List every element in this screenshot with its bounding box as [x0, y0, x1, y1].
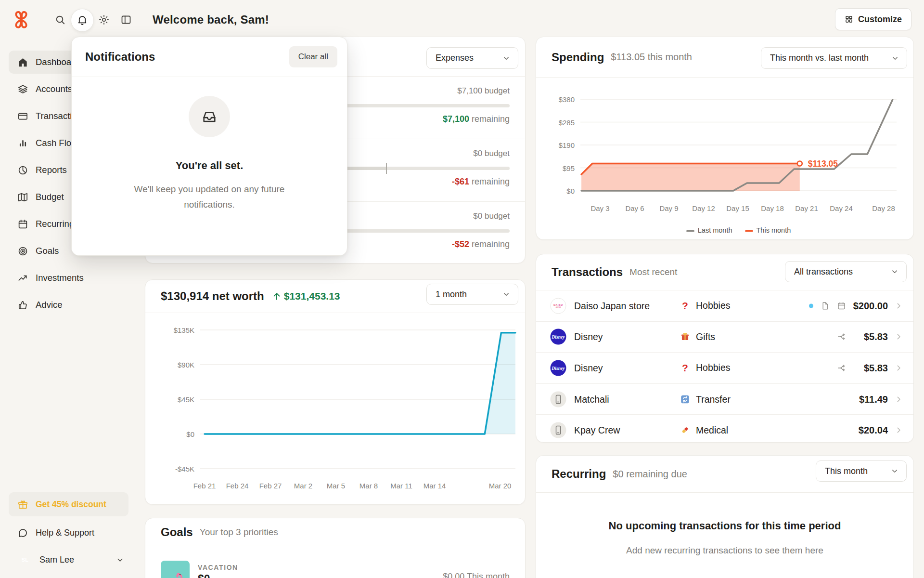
transaction-list: DAISOJAPAN Daiso Japan store ?Hobbies $2… — [536, 290, 913, 446]
recurring-subtitle: $0 remaining due — [613, 469, 687, 480]
user-menu[interactable]: SL Sam Lee — [9, 548, 128, 571]
x-axis-tick: Mar 14 — [424, 482, 446, 490]
transaction-category[interactable]: ?Hobbies — [680, 362, 731, 374]
transaction-row[interactable]: Kpay Crew Medical $20.04 — [536, 414, 913, 446]
net-worth-card: $130,914 net worth $131,453.13 1 month $… — [145, 279, 526, 505]
merchant-logo-device — [550, 422, 566, 438]
sidebar-item-discount[interactable]: Get 45% discount — [9, 492, 128, 516]
chat-icon — [17, 527, 28, 539]
x-axis-tick: Day 28 — [872, 204, 895, 212]
x-axis-tick: Mar 8 — [359, 482, 378, 490]
merchant-name: Disney — [574, 331, 603, 342]
transaction-row[interactable]: Disney Disney Gifts $5.83 — [536, 321, 913, 353]
gift-icon — [17, 499, 28, 510]
split-icon[interactable] — [837, 332, 846, 342]
question-icon: ? — [680, 300, 690, 312]
split-icon[interactable] — [837, 363, 846, 372]
x-axis-tick: Day 15 — [726, 204, 749, 212]
budget-type-select[interactable]: Expenses — [426, 47, 518, 69]
sidebar-item-investments[interactable]: Investments — [9, 266, 128, 289]
chevron-down-icon — [891, 54, 899, 63]
spending-compare-select[interactable]: This month vs. last month — [761, 47, 907, 69]
legend-item: Last month — [686, 226, 732, 234]
note-icon[interactable] — [821, 301, 830, 310]
x-axis-tick: Day 21 — [795, 204, 818, 212]
merchant-name: Kpay Crew — [574, 425, 620, 436]
transaction-category[interactable]: ?Hobbies — [680, 300, 731, 312]
svg-text:Disney: Disney — [551, 334, 565, 340]
app-logo-butterfly-icon[interactable] — [12, 10, 31, 29]
x-axis-tick: Day 6 — [625, 204, 644, 212]
transactions-filter-select[interactable]: All transactions — [785, 261, 907, 282]
net-worth-delta: $131,453.13 — [272, 290, 340, 302]
transaction-row[interactable]: Matchali Transfer $11.49 — [536, 383, 913, 415]
search-icon[interactable] — [54, 14, 66, 26]
recurring-empty-title: No upcoming transactions for this time p… — [536, 520, 913, 532]
merchant-logo-daiso: DAISOJAPAN — [550, 298, 566, 314]
clear-all-button[interactable]: Clear all — [289, 46, 337, 67]
transaction-amount: $5.83 — [864, 331, 888, 342]
pie-icon — [17, 165, 28, 176]
customize-button[interactable]: Customize — [835, 8, 911, 30]
pill-icon — [680, 425, 690, 435]
merchant-logo-device — [550, 391, 566, 407]
gear-icon[interactable] — [98, 14, 110, 26]
recurring-range-select[interactable]: This month — [816, 460, 907, 482]
svg-text:DAISO: DAISO — [553, 303, 563, 306]
transactions-title: Transactions — [552, 265, 623, 279]
chevron-right-icon — [895, 426, 903, 434]
x-axis-tick: Mar 11 — [390, 482, 412, 490]
y-axis-tick: $0 — [566, 187, 575, 195]
category-label: Transfer — [696, 394, 731, 405]
notifications-empty-title: You're all set. — [72, 159, 347, 172]
chevron-down-icon — [502, 290, 511, 299]
transaction-meta-icons — [809, 301, 846, 310]
x-axis-tick: Mar 20 — [489, 482, 512, 490]
transaction-category[interactable]: Gifts — [680, 331, 715, 342]
net-worth-title: $130,914 net worth — [161, 289, 264, 303]
goal-amount: $0 — [198, 573, 210, 578]
svg-text:$113.05: $113.05 — [808, 159, 838, 169]
x-axis-tick: Feb 21 — [193, 482, 216, 490]
home-icon — [17, 57, 28, 68]
trend-icon — [17, 273, 28, 284]
sidebar-item-label: Recurring — [36, 219, 74, 229]
notifications-popover: Notifications Clear all You're all set. … — [71, 37, 347, 256]
sidebar-item-help-support[interactable]: Help & Support — [9, 521, 128, 544]
sidebar-toggle-icon[interactable] — [120, 14, 132, 26]
y-axis-tick: $380 — [559, 95, 575, 104]
transaction-category[interactable]: Medical — [680, 425, 728, 436]
budget-remaining-amount: -$52 — [452, 239, 469, 249]
merchant-logo-disney: Disney — [550, 328, 566, 345]
category-label: Hobbies — [696, 362, 731, 373]
notifications-bell-button[interactable] — [71, 9, 94, 32]
transaction-row[interactable]: DAISOJAPAN Daiso Japan store ?Hobbies $2… — [536, 290, 913, 321]
sidebar-item-advice[interactable]: Advice — [9, 293, 128, 316]
goal-image — [161, 561, 190, 578]
goals-card: Goals Your top 3 priorities VACATION $0 … — [145, 518, 526, 578]
spending-subtitle: $113.05 this month — [611, 52, 692, 63]
goal-name: VACATION — [198, 564, 238, 571]
budget-remaining-amount: -$61 — [452, 177, 469, 186]
calendar-icon — [17, 219, 28, 230]
page-title: Welcome back, Sam! — [153, 13, 269, 26]
category-label: Medical — [696, 425, 728, 436]
y-axis-tick: $285 — [559, 118, 575, 127]
transactions-filter-value: All transactions — [794, 267, 853, 277]
bell-icon — [77, 14, 88, 26]
merchant-logo-disney: Disney — [550, 360, 566, 376]
goals-title: Goals — [161, 525, 193, 539]
calendar-icon[interactable] — [837, 301, 846, 310]
recurring-card: Recurring $0 remaining due This month No… — [536, 455, 914, 578]
transaction-category[interactable]: Transfer — [680, 394, 731, 405]
transactions-subtitle: Most recent — [629, 267, 677, 277]
net-worth-range-select[interactable]: 1 month — [426, 284, 518, 305]
merchant-name: Daiso Japan store — [574, 300, 650, 311]
help-label: Help & Support — [36, 528, 94, 538]
y-axis-tick: $45K — [178, 395, 194, 404]
transaction-row[interactable]: Disney Disney ?Hobbies $5.83 — [536, 352, 913, 383]
merchant-name: Matchali — [574, 394, 609, 405]
sidebar-item-label: Reports — [36, 165, 67, 175]
notifications-popover-header: Notifications Clear all — [72, 37, 347, 77]
x-axis-tick: Day 12 — [692, 204, 715, 212]
